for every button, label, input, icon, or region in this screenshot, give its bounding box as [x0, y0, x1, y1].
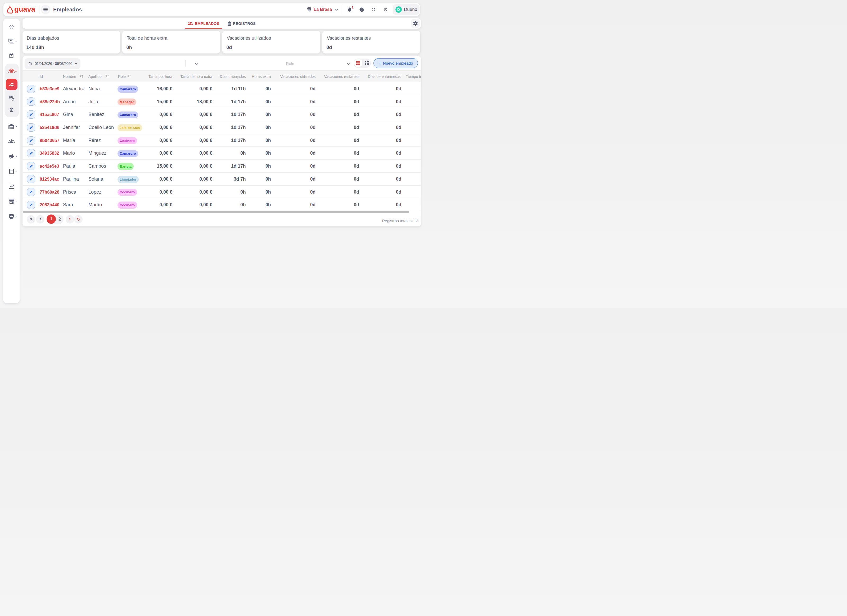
svg-text:guava: guava — [14, 6, 35, 13]
